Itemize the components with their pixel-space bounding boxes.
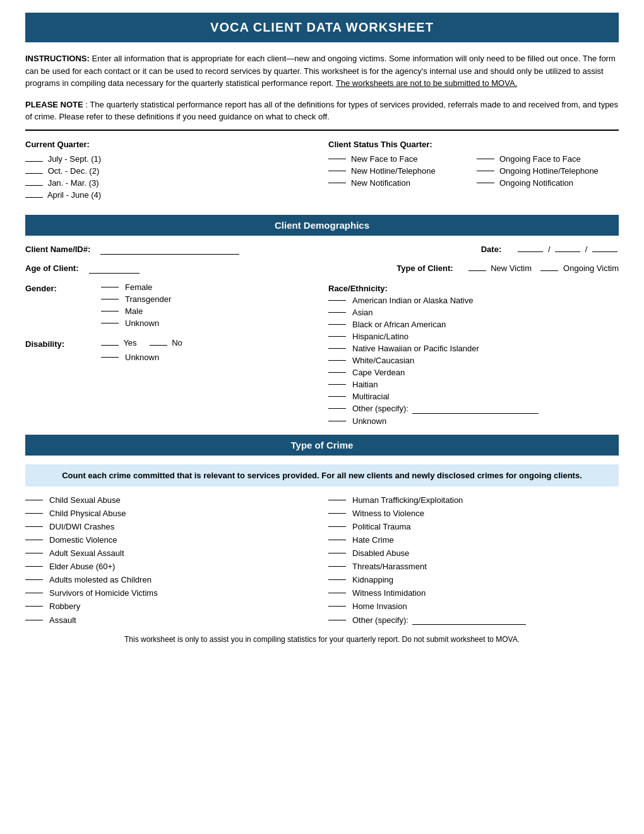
crime-k-blank[interactable] xyxy=(328,579,346,580)
race-cape-verdean: Cape Verdean xyxy=(328,368,619,377)
crime-csa-blank[interactable] xyxy=(25,500,43,500)
quarter-item-3: Jan. - Mar. (3) xyxy=(25,178,316,188)
race-other-blank[interactable] xyxy=(328,408,346,409)
crime-adults-molested: Adults molested as Children xyxy=(25,575,316,584)
client-status-label: Client Status This Quarter: xyxy=(328,140,619,149)
crime-survivors-homicide: Survivors of Homicide Victims xyxy=(25,588,316,598)
crime-child-sexual-abuse: Child Sexual Abuse xyxy=(25,495,316,505)
type-of-client-options: New Victim Ongoing Victim xyxy=(468,263,619,273)
disability-unknown-blank[interactable] xyxy=(101,357,119,358)
status-blank-5[interactable] xyxy=(328,183,346,183)
date-month[interactable] xyxy=(518,251,543,252)
disability-section: Disability: Yes No Unknown xyxy=(25,338,316,365)
crime-dui-blank[interactable] xyxy=(25,526,43,527)
race-pacific-islander: Native Hawaiian or Pacific Islander xyxy=(328,344,619,353)
crime-hc-blank[interactable] xyxy=(328,540,346,540)
age-field[interactable] xyxy=(89,263,140,274)
race-black-blank[interactable] xyxy=(328,324,346,325)
footer-text: This worksheet is only to assist you in … xyxy=(25,635,619,644)
crime-rob-blank[interactable] xyxy=(25,606,43,607)
crime-pt-blank[interactable] xyxy=(328,526,346,527)
disability-yes-blank[interactable] xyxy=(101,345,119,346)
crime-am-blank[interactable] xyxy=(25,579,43,580)
gender-transgender-blank[interactable] xyxy=(101,299,119,299)
gender-options: Female Transgender Male Unknown xyxy=(101,282,316,330)
crime-wi-blank[interactable] xyxy=(328,593,346,593)
crime-witness-intimidation: Witness Intimidation xyxy=(328,588,619,598)
crime-threats-harassment: Threats/Harassment xyxy=(328,562,619,571)
quarter-blank-3[interactable] xyxy=(25,185,43,186)
crime-th-blank[interactable] xyxy=(328,566,346,567)
disability-no-blank[interactable] xyxy=(150,345,167,346)
race-asian: Asian xyxy=(328,308,619,317)
race-asian-blank[interactable] xyxy=(328,312,346,313)
race-cv-blank[interactable] xyxy=(328,372,346,373)
client-demographics-header: Client Demographics xyxy=(25,215,619,236)
disability-unknown: Unknown xyxy=(101,353,316,362)
crime-other-blank[interactable] xyxy=(328,620,346,620)
status-blank-6[interactable] xyxy=(477,183,494,183)
crime-other: Other (specify): xyxy=(328,615,619,625)
client-name-field[interactable] xyxy=(100,245,239,255)
race-hispanic: Hispanic/Latino xyxy=(328,332,619,341)
crime-da-blank[interactable] xyxy=(328,553,346,553)
race-haitian-blank[interactable] xyxy=(328,384,346,385)
gender-female-blank[interactable] xyxy=(101,287,119,287)
status-blank-1[interactable] xyxy=(328,159,346,159)
crime-dv-blank[interactable] xyxy=(25,540,43,540)
race-multi-blank[interactable] xyxy=(328,396,346,397)
race-hispanic-blank[interactable] xyxy=(328,336,346,337)
ongoing-victim-blank[interactable] xyxy=(540,270,558,271)
crime-asa-blank[interactable] xyxy=(25,553,43,553)
crime-witness-violence: Witness to Violence xyxy=(328,509,619,518)
crime-domestic-violence: Domestic Violence xyxy=(25,535,316,545)
race-options: American Indian or Alaska Native Asian B… xyxy=(328,296,619,426)
quarter-blank-1[interactable] xyxy=(25,161,43,162)
race-multiracial: Multiracial xyxy=(328,392,619,401)
crime-hate-crime: Hate Crime xyxy=(328,535,619,545)
crime-list: Child Sexual Abuse Human Trafficking/Exp… xyxy=(25,495,619,626)
crime-assault: Assault xyxy=(25,615,316,625)
status-blank-3[interactable] xyxy=(328,171,346,171)
instructions-bold: INSTRUCTIONS: xyxy=(25,54,90,63)
gender-label: Gender: xyxy=(25,282,101,293)
crime-cpa-blank[interactable] xyxy=(25,513,43,514)
quarter-item-1: July - Sept. (1) xyxy=(25,154,316,164)
gender-unknown-blank[interactable] xyxy=(101,323,119,323)
client-name-date-row: Client Name/ID#: Date: / / xyxy=(25,245,619,255)
date-field: / / xyxy=(516,245,619,254)
race-col: Race/Ethnicity: American Indian or Alask… xyxy=(328,282,619,428)
current-quarter-label: Current Quarter: xyxy=(25,140,316,149)
crime-wv-blank[interactable] xyxy=(328,513,346,514)
quarter-blank-2[interactable] xyxy=(25,173,43,174)
date-year[interactable] xyxy=(592,251,617,252)
crime-other-field[interactable] xyxy=(412,615,526,625)
race-haitian: Haitian xyxy=(328,380,619,389)
instructions-underline: The worksheets are not to be submitted t… xyxy=(336,78,517,88)
status-blank-2[interactable] xyxy=(477,159,494,159)
race-pi-blank[interactable] xyxy=(328,348,346,349)
date-label: Date: xyxy=(481,245,502,254)
crime-hi-blank[interactable] xyxy=(328,606,346,607)
please-note-body: : The quarterly statistical performance … xyxy=(25,100,618,122)
crime-ea-blank[interactable] xyxy=(25,566,43,567)
race-other: Other (specify): xyxy=(328,404,619,414)
status-blank-4[interactable] xyxy=(477,171,494,171)
race-ai-blank[interactable] xyxy=(328,300,346,301)
crime-elder-abuse: Elder Abuse (60+) xyxy=(25,562,316,571)
new-victim-blank[interactable] xyxy=(468,270,486,271)
race-white-blank[interactable] xyxy=(328,360,346,361)
disability-yes-no: Yes No xyxy=(101,338,316,348)
crime-sh-blank[interactable] xyxy=(25,593,43,593)
crime-ht-blank[interactable] xyxy=(328,500,346,500)
quarter-status-row: Current Quarter: July - Sept. (1) Oct. -… xyxy=(25,140,619,208)
quarter-blank-4[interactable] xyxy=(25,197,43,198)
current-quarter-section: Current Quarter: July - Sept. (1) Oct. -… xyxy=(25,140,316,202)
crime-assault-blank[interactable] xyxy=(25,620,43,620)
race-other-field[interactable] xyxy=(412,404,539,414)
race-unknown-blank[interactable] xyxy=(328,421,346,421)
gender-male-blank[interactable] xyxy=(101,311,119,311)
race-american-indian: American Indian or Alaska Native xyxy=(328,296,619,305)
date-day[interactable] xyxy=(555,251,580,252)
crime-disabled-abuse: Disabled Abuse xyxy=(328,548,619,558)
